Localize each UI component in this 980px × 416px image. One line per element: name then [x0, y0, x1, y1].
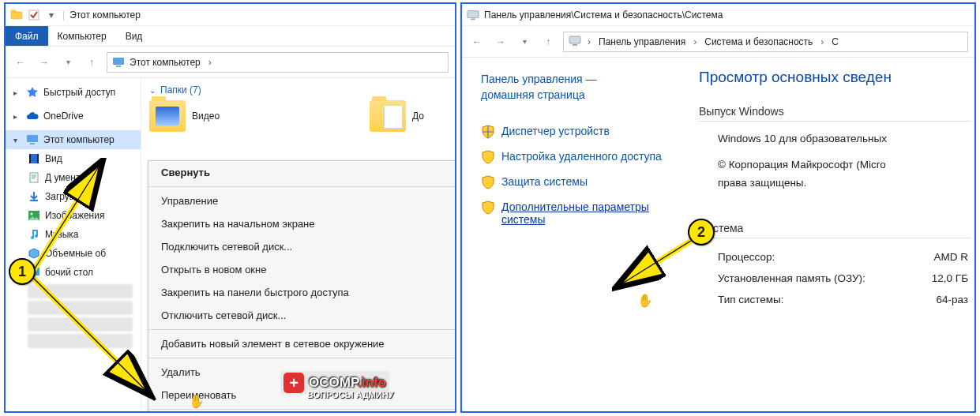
- ctx-properties[interactable]: Свойст: [148, 412, 456, 413]
- tree-images[interactable]: Изображения: [6, 206, 141, 225]
- divider: [699, 121, 971, 122]
- row-cpu: Процессор: AMD R: [699, 246, 971, 268]
- tab-view[interactable]: Вид: [116, 26, 152, 46]
- ctx-delete[interactable]: Удалить: [148, 361, 456, 384]
- nav-bar: ← → ▾ ↑ Этот компьютер: [6, 47, 455, 78]
- ctx-disconnect-drive[interactable]: Отключить сетевой диск...: [148, 304, 456, 327]
- ctx-map-drive[interactable]: Подключить сетевой диск...: [148, 235, 456, 258]
- tree-this-pc[interactable]: ▾ Этот компьютер: [6, 130, 141, 149]
- page-heading: Просмотр основных сведен: [699, 69, 971, 86]
- tree-label: Д ументы: [45, 172, 87, 183]
- history-dropdown[interactable]: ▾: [516, 33, 533, 51]
- tree-label: Загрузки: [45, 191, 83, 202]
- separator: [148, 358, 456, 358]
- chevron-down-icon: ⌄: [149, 86, 156, 95]
- section-system: Система: [699, 222, 971, 234]
- nav-tree: ▸ Быстрый доступ ▸ OneDrive ▾ Этот компь…: [6, 78, 141, 411]
- row-value: 12,0 ГБ: [932, 272, 968, 284]
- link-remote-settings[interactable]: Настройка удаленного доступа: [481, 150, 686, 164]
- svg-rect-3: [113, 58, 124, 65]
- edition-value: Windows 10 для образовательных: [699, 129, 971, 148]
- folder-label: Видео: [192, 111, 220, 122]
- svg-rect-19: [467, 10, 479, 17]
- system-titlebar: Панель управления\Система и безопасность…: [462, 4, 974, 26]
- group-header-folders[interactable]: ⌄ Папки (7): [149, 84, 447, 96]
- rights-line: права защищены.: [699, 174, 971, 192]
- tree-label: Этот компьютер: [43, 134, 115, 145]
- row-key: Тип системы:: [718, 294, 784, 305]
- crumb-system-security[interactable]: Система и безопасность: [703, 35, 814, 49]
- context-menu: Свернуть Управление Закрепить на начальн…: [148, 160, 456, 413]
- annotation-badge-1: 1: [9, 258, 36, 285]
- crumb-separator-icon: [817, 36, 827, 47]
- system-info-pane: Просмотр основных сведен Выпуск Windows …: [694, 58, 974, 411]
- ctx-open-new-window[interactable]: Открыть в новом окне: [148, 258, 456, 281]
- row-ram: Установленная память (ОЗУ): 12,0 ГБ: [699, 268, 971, 289]
- back-button[interactable]: ←: [468, 33, 486, 51]
- nav-bar: ← → ▾ ↑ Панель управления Система и безо…: [462, 26, 974, 58]
- explorer-window: ▾ | Этот компьютер Файл Компьютер Вид ← …: [4, 2, 456, 413]
- link-device-manager[interactable]: Диспетчер устройств: [481, 125, 686, 139]
- up-button[interactable]: ↑: [83, 54, 100, 71]
- annotation-badge-2: 2: [688, 219, 715, 245]
- tab-file[interactable]: Файл: [6, 26, 48, 46]
- copyright-line: © Корпорация Майкрософт (Micro: [699, 156, 971, 174]
- folder-video[interactable]: Видео: [149, 100, 220, 132]
- explorer-titlebar: ▾ | Этот компьютер: [6, 4, 455, 26]
- cp-home-link[interactable]: Панель управления — домашняя страница: [481, 72, 686, 103]
- separator: [148, 409, 456, 410]
- link-system-protection[interactable]: Защита системы: [481, 175, 686, 189]
- ribbon-tabs: Файл Компьютер Вид: [6, 26, 455, 47]
- address-bar[interactable]: Этот компьютер: [107, 52, 449, 73]
- tree-label: Вид: [45, 153, 62, 164]
- section-edition: Выпуск Windows: [699, 105, 971, 118]
- forward-button[interactable]: →: [492, 33, 509, 51]
- ctx-pin-start[interactable]: Закрепить на начальном экране: [148, 212, 456, 235]
- tree-label: Музыка: [45, 229, 78, 240]
- forward-button[interactable]: →: [36, 54, 53, 71]
- ctx-collapse[interactable]: Свернуть: [148, 161, 456, 184]
- film-icon: [28, 152, 40, 165]
- svg-point-12: [31, 213, 33, 215]
- document-icon: [28, 171, 40, 184]
- link-advanced-system-settings[interactable]: Дополнительные параметры системы: [481, 201, 686, 226]
- svg-rect-5: [27, 135, 38, 142]
- row-value: AMD R: [934, 251, 969, 263]
- link-label: Дополнительные параметры системы: [501, 201, 686, 226]
- svg-rect-21: [569, 36, 580, 43]
- back-button[interactable]: ←: [12, 54, 29, 71]
- separator: [148, 186, 456, 187]
- row-systype: Тип системы: 64-раз: [699, 289, 971, 310]
- crumb-thispc[interactable]: Этот компьютер: [128, 55, 202, 69]
- tree-onedrive[interactable]: ▸ OneDrive: [6, 107, 141, 126]
- ctx-rename[interactable]: Переименовать: [148, 384, 456, 407]
- tree-quick-access[interactable]: ▸ Быстрый доступ: [6, 83, 141, 102]
- crumb-system[interactable]: С: [830, 35, 840, 49]
- row-key: Установленная память (ОЗУ):: [718, 272, 865, 284]
- link-label: Защита системы: [501, 175, 588, 188]
- svg-rect-22: [573, 44, 577, 46]
- tree-video[interactable]: Вид: [6, 149, 141, 168]
- dropdown-icon[interactable]: ▾: [45, 9, 58, 21]
- ctx-pin-quick[interactable]: Закрепить на панели быстрого доступа: [148, 281, 456, 304]
- history-dropdown[interactable]: ▾: [59, 54, 77, 71]
- divider: [699, 238, 971, 238]
- separator: [148, 329, 456, 330]
- svg-rect-8: [29, 154, 31, 163]
- ctx-add-network-location[interactable]: Добавить новый элемент в сетевое окружен…: [148, 332, 456, 355]
- svg-rect-10: [30, 173, 38, 182]
- tree-music[interactable]: Музыка: [6, 225, 141, 244]
- address-bar[interactable]: Панель управления Система и безопасность…: [563, 32, 968, 52]
- folder-large-icon: [149, 100, 186, 132]
- crumb-control-panel[interactable]: Панель управления: [597, 35, 687, 49]
- ctx-manage[interactable]: Управление: [148, 189, 456, 212]
- tab-computer[interactable]: Компьютер: [48, 26, 116, 46]
- shield-icon: [481, 175, 495, 189]
- tree-downloads[interactable]: Загрузки: [6, 187, 141, 206]
- folder-documents[interactable]: До: [370, 100, 424, 132]
- pc-icon: [569, 36, 581, 48]
- tree-documents[interactable]: Д ументы: [6, 168, 141, 187]
- svg-rect-0: [11, 12, 22, 19]
- svg-rect-4: [116, 66, 121, 67]
- up-button[interactable]: ↑: [539, 33, 557, 51]
